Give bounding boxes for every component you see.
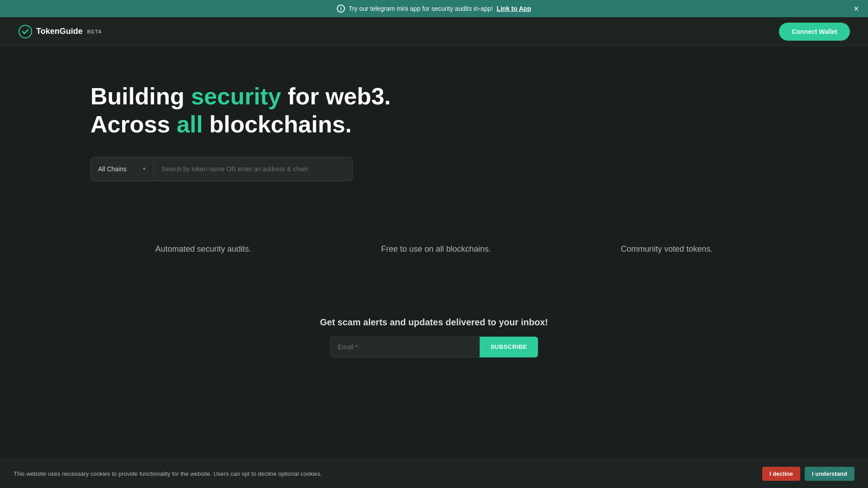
telegram-banner-message: Try our telegram mini app for security a…: [349, 5, 493, 12]
info-icon: i: [337, 5, 345, 13]
decline-button[interactable]: I decline: [762, 467, 800, 481]
hero-title-line2-prefix: Across: [90, 111, 177, 137]
newsletter-section: Get scam alerts and updates delivered to…: [0, 290, 868, 394]
hero-title-all-highlight: all: [177, 111, 203, 137]
chain-select-label: All Chains: [98, 165, 138, 173]
newsletter-title: Get scam alerts and updates delivered to…: [320, 317, 548, 328]
subscribe-button[interactable]: SUBSCRIBE: [480, 337, 538, 357]
banner-close-button[interactable]: ×: [854, 4, 859, 13]
newsletter-form: SUBSCRIBE: [330, 337, 538, 357]
connect-wallet-button[interactable]: Connect Wallet: [779, 23, 850, 41]
telegram-banner: i Try our telegram mini app for security…: [0, 0, 868, 17]
cookie-banner-message: This website uses necessary cookies to p…: [14, 470, 322, 477]
search-bar: All Chains ▼: [90, 157, 353, 181]
cookie-buttons: I decline I understand: [762, 467, 854, 481]
feature-security-audits: Automated security audits.: [156, 244, 251, 254]
hero-title: Building security for web3. Across all b…: [90, 82, 778, 139]
cookie-banner: This website uses necessary cookies to p…: [0, 459, 868, 488]
hero-section: Building security for web3. Across all b…: [0, 46, 868, 208]
logo: TokenGuide BETA: [18, 24, 102, 39]
feature-free-use: Free to use on all blockchains.: [381, 244, 491, 254]
feature-community-voted: Community voted tokens.: [621, 244, 712, 254]
email-input[interactable]: [330, 337, 480, 357]
feature-free-use-label: Free to use on all blockchains.: [381, 244, 491, 253]
telegram-link[interactable]: Link to App: [496, 5, 531, 12]
logo-beta-badge: BETA: [87, 29, 102, 34]
search-input[interactable]: [154, 157, 352, 181]
features-row: Automated security audits. Free to use o…: [0, 208, 868, 290]
hero-title-line1-suffix: for web3.: [281, 83, 391, 109]
chevron-down-icon: ▼: [142, 166, 146, 171]
chain-select-wrapper[interactable]: All Chains ▼: [91, 157, 154, 181]
hero-title-line2-suffix: blockchains.: [203, 111, 352, 137]
navbar: TokenGuide BETA Connect Wallet: [0, 17, 868, 46]
svg-point-0: [19, 25, 32, 38]
hero-title-security-highlight: security: [191, 83, 281, 109]
understand-button[interactable]: I understand: [805, 467, 854, 481]
hero-title-line1-prefix: Building: [90, 83, 191, 109]
feature-community-voted-label: Community voted tokens.: [621, 244, 712, 253]
feature-security-audits-label: Automated security audits.: [156, 244, 251, 253]
logo-text: TokenGuide: [36, 27, 83, 36]
logo-icon: [18, 24, 33, 39]
